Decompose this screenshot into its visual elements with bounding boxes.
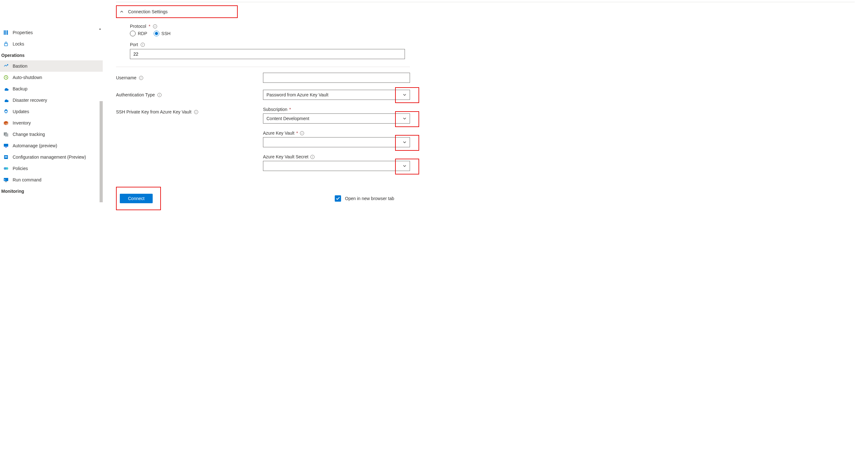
- info-icon[interactable]: i: [194, 110, 198, 114]
- connect-highlight: Connect: [116, 187, 161, 210]
- username-input[interactable]: [263, 73, 410, 83]
- required-mark: *: [289, 107, 291, 112]
- protocol-ssh-radio[interactable]: SSH: [154, 31, 171, 36]
- svg-rect-1: [5, 30, 6, 35]
- divider: [116, 2, 855, 2]
- subscription-value: Content Development: [267, 116, 309, 121]
- auth-type-dropdown[interactable]: Password from Azure Key Vault: [263, 90, 410, 100]
- clock-icon: [3, 74, 9, 80]
- lock-icon: [3, 41, 9, 47]
- sidebar: ▲ Properties Locks Operations Bastion Au: [0, 0, 103, 451]
- sidebar-item-automanage[interactable]: Automanage (preview): [0, 140, 103, 151]
- sidebar-label: Inventory: [13, 121, 31, 126]
- tracking-icon: [3, 131, 9, 137]
- sidebar-label: Updates: [13, 109, 29, 114]
- sidebar-label: Run command: [13, 177, 41, 182]
- credentials-section: Username i Authentication Type i SSH Pri…: [116, 73, 420, 178]
- backup-icon: [3, 86, 9, 92]
- section-monitoring: Monitoring: [0, 186, 103, 196]
- box-icon: [3, 120, 9, 126]
- sidebar-item-change-tracking[interactable]: Change tracking: [0, 129, 103, 140]
- required-mark: *: [149, 24, 150, 29]
- chevron-down-icon: [403, 164, 406, 168]
- open-new-tab-checkbox[interactable]: Open in new browser tab: [335, 195, 394, 202]
- svg-rect-10: [5, 156, 7, 157]
- info-icon[interactable]: i: [153, 24, 157, 28]
- sidebar-label: Bastion: [13, 64, 28, 69]
- gear-icon: [3, 109, 9, 115]
- divider: [116, 67, 410, 67]
- sidebar-item-disaster-recovery[interactable]: Disaster recovery: [0, 95, 103, 106]
- main-panel: Connection Settings Protocol * i RDP SSH: [103, 0, 868, 451]
- protocol-rdp-label: RDP: [138, 31, 147, 36]
- info-icon[interactable]: i: [300, 131, 304, 135]
- sidebar-item-bastion[interactable]: Bastion: [0, 60, 103, 72]
- sidebar-item-backup[interactable]: Backup: [0, 83, 103, 95]
- sidebar-label: Auto-shutdown: [13, 75, 42, 80]
- info-icon[interactable]: i: [310, 155, 314, 159]
- sidebar-label: Properties: [13, 30, 33, 35]
- sidebar-label: Configuration management (Preview): [13, 155, 86, 160]
- svg-rect-8: [5, 147, 7, 148]
- protocol-ssh-label: SSH: [161, 31, 171, 36]
- sidebar-item-properties[interactable]: Properties: [0, 27, 103, 38]
- svg-rect-3: [4, 43, 8, 46]
- keyvault-dropdown[interactable]: [263, 137, 410, 147]
- auth-type-value: Password from Azure Key Vault: [267, 92, 329, 97]
- port-field: Port i: [116, 42, 855, 59]
- open-new-tab-label: Open in new browser tab: [345, 196, 394, 201]
- svg-rect-2: [7, 30, 8, 35]
- section-operations: Operations: [0, 50, 103, 60]
- sidebar-item-run-command[interactable]: Run command: [0, 174, 103, 186]
- sidebar-item-auto-shutdown[interactable]: Auto-shutdown: [0, 72, 103, 83]
- sidebar-label: Change tracking: [13, 132, 45, 137]
- protocol-rdp-radio[interactable]: RDP: [130, 31, 147, 36]
- policy-icon: [3, 166, 9, 171]
- required-mark: *: [296, 131, 298, 136]
- username-label: Username: [116, 75, 136, 80]
- protocol-field: Protocol * i RDP SSH: [116, 24, 855, 36]
- properties-icon: [3, 30, 9, 35]
- secret-dropdown[interactable]: [263, 161, 410, 171]
- sidebar-label: Locks: [13, 41, 24, 46]
- svg-rect-15: [5, 182, 7, 182]
- svg-rect-14: [4, 178, 8, 181]
- info-icon[interactable]: i: [157, 93, 161, 97]
- port-label: Port: [130, 42, 138, 47]
- sidebar-label: Policies: [13, 166, 28, 171]
- info-icon[interactable]: i: [139, 76, 143, 80]
- bottom-row: Connect Open in new browser tab: [116, 187, 420, 210]
- radio-checked-icon: [154, 31, 159, 36]
- info-icon[interactable]: i: [141, 43, 145, 47]
- sidebar-label: Disaster recovery: [13, 98, 47, 103]
- chevron-up-icon: [120, 10, 124, 13]
- port-input[interactable]: [130, 49, 405, 59]
- svg-rect-0: [4, 30, 5, 35]
- sidebar-item-locks[interactable]: Locks: [0, 38, 103, 50]
- chevron-down-icon: [403, 93, 406, 97]
- sidebar-item-updates[interactable]: Updates: [0, 106, 103, 117]
- chevron-down-icon: [403, 117, 406, 121]
- secret-label: Azure Key Vault Secret: [263, 154, 309, 159]
- connect-button[interactable]: Connect: [120, 194, 153, 203]
- bastion-icon: [3, 63, 9, 69]
- svg-rect-7: [4, 144, 8, 147]
- scroll-up-icon[interactable]: ▲: [99, 27, 101, 30]
- scrollbar[interactable]: [99, 101, 103, 202]
- sidebar-label: Backup: [13, 86, 28, 91]
- radio-unchecked-icon: [130, 31, 135, 36]
- sidebar-item-inventory[interactable]: Inventory: [0, 117, 103, 129]
- checkbox-checked-icon: [335, 195, 341, 202]
- connection-settings-toggle[interactable]: Connection Settings: [116, 5, 238, 18]
- sidebar-item-configuration-management[interactable]: Configuration management (Preview): [0, 151, 103, 163]
- monitor-icon: [3, 143, 9, 149]
- config-icon: [3, 154, 9, 160]
- svg-point-13: [6, 167, 8, 170]
- protocol-label: Protocol: [130, 24, 146, 29]
- sidebar-item-policies[interactable]: Policies: [0, 163, 103, 174]
- keyvault-label: Azure Key Vault: [263, 131, 294, 136]
- svg-rect-11: [5, 157, 7, 158]
- auth-type-label: Authentication Type: [116, 92, 155, 97]
- subscription-label: Subscription: [263, 107, 287, 112]
- subscription-dropdown[interactable]: Content Development: [263, 114, 410, 124]
